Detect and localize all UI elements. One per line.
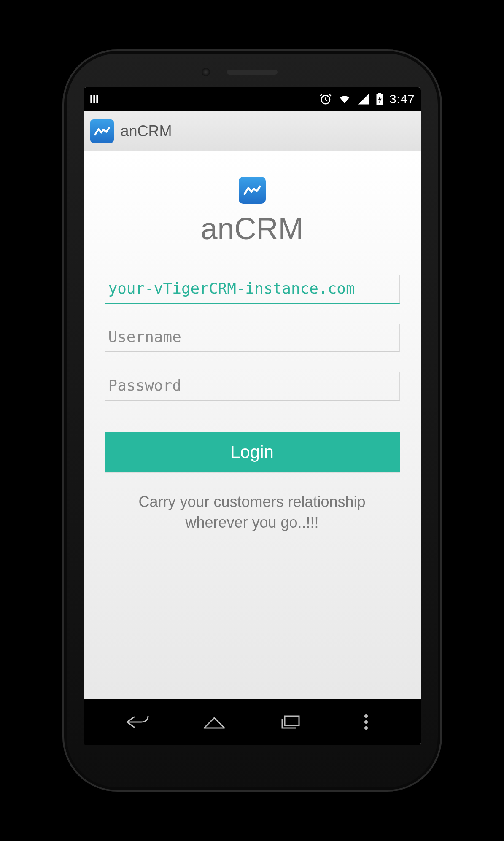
tagline-text: Carry your customers relationship wherev… — [105, 492, 400, 533]
screen: 3:47 anCRM anCRM — [84, 87, 421, 745]
back-button[interactable] — [115, 714, 162, 730]
action-bar: anCRM — [84, 111, 421, 151]
menu-button[interactable] — [343, 714, 389, 730]
kebab-icon — [364, 714, 368, 730]
svg-rect-5 — [378, 93, 381, 94]
home-button[interactable] — [191, 714, 237, 730]
logo-block: anCRM — [200, 177, 303, 246]
alarm-icon — [319, 93, 332, 105]
password-input[interactable] — [105, 372, 400, 401]
login-screen: anCRM Login Carry your customers relatio… — [84, 151, 421, 699]
wifi-icon — [338, 93, 351, 105]
phone-frame: 3:47 anCRM anCRM — [62, 49, 442, 792]
username-input[interactable] — [105, 324, 400, 352]
system-nav-bar — [84, 699, 421, 745]
logo-icon — [239, 177, 266, 204]
logo-title: anCRM — [200, 211, 303, 246]
svg-rect-0 — [90, 95, 92, 103]
login-button[interactable]: Login — [105, 432, 400, 472]
svg-rect-2 — [96, 95, 98, 103]
signal-icon — [357, 93, 370, 105]
svg-rect-6 — [285, 716, 299, 725]
action-bar-title: anCRM — [121, 122, 172, 140]
instance-url-input[interactable] — [105, 275, 400, 304]
app-icon — [90, 119, 114, 143]
notification-icon — [89, 93, 101, 105]
recent-apps-button[interactable] — [267, 714, 313, 730]
battery-charging-icon — [376, 93, 383, 105]
status-time: 3:47 — [389, 92, 415, 106]
svg-rect-1 — [93, 95, 95, 103]
login-form: Login — [105, 275, 400, 472]
status-bar: 3:47 — [84, 87, 421, 111]
